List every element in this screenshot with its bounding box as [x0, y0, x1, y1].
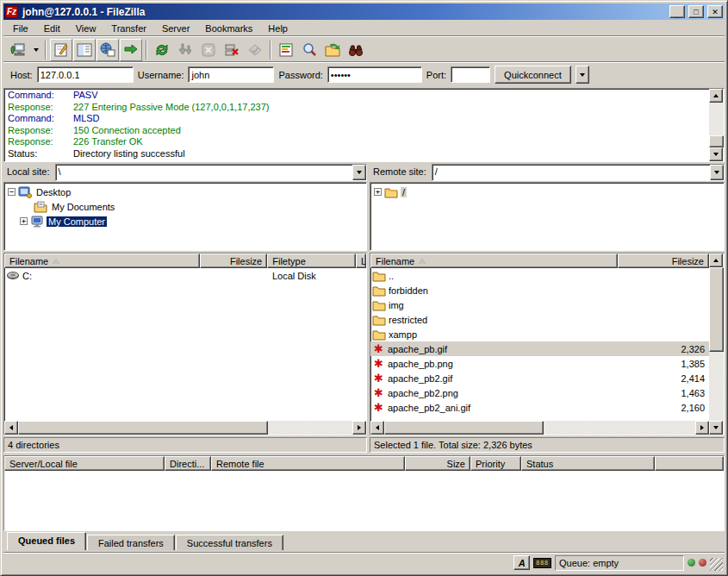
- toggle-local-tree-icon[interactable]: [73, 39, 96, 61]
- file-row[interactable]: ✱apache_pb2.png 1,463: [370, 385, 709, 400]
- toggle-transfer-queue-icon[interactable]: [120, 39, 142, 61]
- speed-limits-icon[interactable]: 888: [533, 558, 551, 568]
- tree-item-my-documents[interactable]: My Documents: [8, 199, 366, 214]
- column-header-priority[interactable]: Priority: [470, 456, 521, 471]
- column-header-remote-file[interactable]: Remote file: [211, 456, 405, 471]
- column-header-size[interactable]: Size: [405, 456, 470, 471]
- scrollbar-thumb[interactable]: [18, 421, 268, 435]
- tree-item-label[interactable]: My Computer: [47, 216, 107, 227]
- tab-failed-transfers[interactable]: Failed transfers: [87, 535, 175, 550]
- site-manager-dropdown-icon[interactable]: [30, 39, 41, 61]
- find-files-icon[interactable]: [298, 39, 320, 61]
- column-header-last-modified[interactable]: L: [356, 254, 366, 268]
- host-input[interactable]: [37, 66, 134, 83]
- menu-file[interactable]: File: [5, 22, 36, 35]
- scroll-up-icon[interactable]: [709, 254, 723, 267]
- column-header-filetype[interactable]: Filetype: [267, 254, 356, 268]
- tree-item-desktop[interactable]: − Desktop: [8, 185, 366, 199]
- file-row[interactable]: img: [370, 297, 709, 312]
- minimize-button[interactable]: _: [669, 5, 685, 18]
- scroll-left-icon[interactable]: [370, 421, 384, 435]
- synchronized-browsing-icon[interactable]: [321, 39, 344, 61]
- refresh-icon[interactable]: [151, 39, 173, 61]
- remote-status-text: Selected 1 file. Total size: 2,326 bytes: [370, 437, 725, 453]
- file-size: 1,463: [623, 388, 709, 398]
- filezilla-window: Fz john@127.0.0.1 - FileZilla _ □ ✕ File…: [0, 0, 728, 576]
- username-input[interactable]: [188, 66, 274, 83]
- menu-view[interactable]: View: [68, 22, 104, 35]
- remote-vertical-scrollbar[interactable]: [709, 254, 724, 435]
- menu-server[interactable]: Server: [154, 22, 197, 35]
- tree-item-label[interactable]: /: [401, 187, 407, 197]
- reconnect-icon[interactable]: [244, 39, 266, 61]
- close-button[interactable]: ✕: [707, 5, 723, 18]
- column-header-filename[interactable]: Filename: [370, 254, 618, 268]
- remote-site-combo[interactable]: /: [432, 164, 725, 181]
- column-header-filesize[interactable]: Filesize: [618, 254, 709, 268]
- scrollbar-thumb[interactable]: [709, 267, 724, 352]
- remote-site-dropdown-icon[interactable]: [710, 165, 724, 180]
- menu-bookmarks[interactable]: Bookmarks: [197, 22, 260, 35]
- resize-grip[interactable]: [710, 558, 723, 571]
- column-header-status[interactable]: Status: [521, 456, 655, 471]
- local-site-dropdown-icon[interactable]: [352, 165, 366, 180]
- file-row[interactable]: ✱apache_pb.png 1,385: [370, 356, 709, 371]
- scroll-right-icon[interactable]: [352, 421, 366, 435]
- file-row-selected[interactable]: ✱apache_pb.gif 2,326: [370, 341, 709, 356]
- scroll-down-icon[interactable]: [709, 147, 723, 161]
- scroll-up-icon[interactable]: [709, 89, 723, 103]
- scroll-down-icon[interactable]: [709, 421, 723, 435]
- menu-edit[interactable]: Edit: [36, 22, 68, 35]
- tab-queued-files[interactable]: Queued files: [7, 532, 86, 550]
- file-row[interactable]: ✱apache_pb2_ani.gif 2,160: [370, 400, 709, 415]
- column-header-server-local-file[interactable]: Server/Local file: [4, 456, 165, 471]
- remote-site-value[interactable]: /: [432, 165, 710, 180]
- filezilla-app-icon[interactable]: Fz: [5, 6, 18, 18]
- file-row[interactable]: ✱apache_pb2.gif 2,414: [370, 371, 709, 385]
- column-header-filename[interactable]: Filename: [4, 254, 200, 268]
- cancel-operation-icon[interactable]: [197, 39, 220, 61]
- scrollbar-thumb[interactable]: [384, 421, 544, 435]
- filter-icon[interactable]: [345, 39, 367, 61]
- file-row[interactable]: restricted: [370, 312, 709, 327]
- password-input[interactable]: [327, 66, 422, 83]
- tree-item-my-computer[interactable]: + My Computer: [8, 214, 366, 229]
- scroll-right-icon[interactable]: [695, 421, 709, 435]
- title-bar[interactable]: Fz john@127.0.0.1 - FileZilla _ □ ✕: [3, 3, 725, 20]
- file-row-c-drive[interactable]: C: Local Disk: [4, 268, 366, 283]
- datatype-indicator-icon[interactable]: A: [513, 555, 530, 570]
- remote-horizontal-scrollbar[interactable]: [370, 421, 709, 435]
- maximize-button[interactable]: □: [688, 5, 704, 18]
- tree-item-label[interactable]: Desktop: [34, 187, 72, 197]
- expand-icon[interactable]: +: [374, 188, 382, 196]
- quickconnect-button[interactable]: Quickconnect: [495, 66, 571, 84]
- scroll-left-icon[interactable]: [4, 421, 18, 435]
- toggle-remote-tree-icon[interactable]: [96, 39, 119, 61]
- file-row[interactable]: ..: [370, 268, 709, 283]
- collapse-icon[interactable]: −: [8, 188, 16, 196]
- local-site-combo[interactable]: \: [55, 164, 367, 181]
- column-header-direction[interactable]: Directi...: [165, 456, 211, 471]
- process-queue-icon[interactable]: [174, 39, 196, 61]
- image-file-icon: ✱: [372, 387, 385, 398]
- local-site-value[interactable]: \: [56, 165, 352, 180]
- file-row[interactable]: forbidden: [370, 283, 709, 297]
- quickconnect-dropdown-icon[interactable]: [576, 66, 589, 84]
- local-horizontal-scrollbar[interactable]: [4, 421, 366, 435]
- column-header-filesize[interactable]: Filesize: [200, 254, 267, 268]
- directory-comparison-icon[interactable]: [275, 39, 297, 61]
- menu-transfer[interactable]: Transfer: [103, 22, 154, 35]
- tab-successful-transfers[interactable]: Successful transfers: [176, 535, 283, 550]
- menu-help[interactable]: Help: [260, 22, 296, 35]
- log-vertical-scrollbar[interactable]: [709, 89, 724, 161]
- scrollbar-thumb[interactable]: [709, 135, 724, 147]
- tree-item-label[interactable]: My Documents: [50, 202, 116, 212]
- disconnect-icon[interactable]: [221, 39, 243, 61]
- site-manager-icon[interactable]: [7, 39, 29, 61]
- toolbar: [3, 36, 725, 62]
- port-input[interactable]: [451, 66, 490, 83]
- expand-icon[interactable]: +: [20, 217, 28, 225]
- file-row[interactable]: xampp: [370, 327, 709, 341]
- tree-item-root[interactable]: + /: [374, 185, 724, 199]
- toggle-message-log-icon[interactable]: [50, 39, 72, 61]
